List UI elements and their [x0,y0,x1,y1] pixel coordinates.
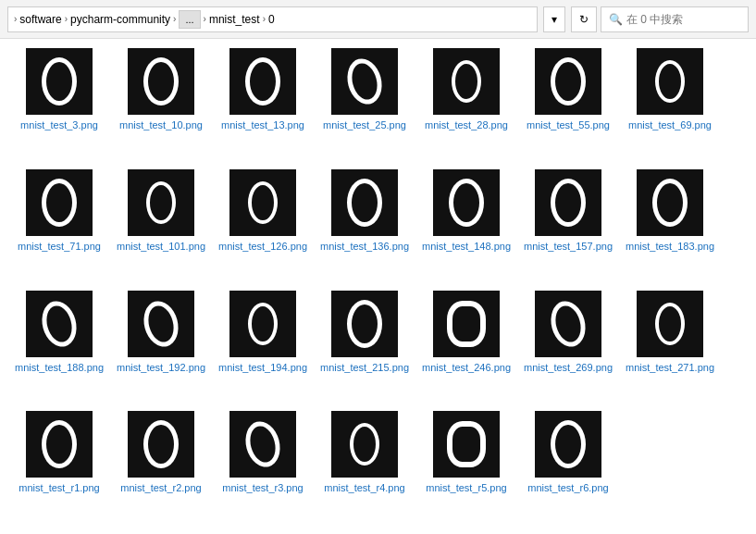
file-item[interactable]: mnist_test_r3.png [217,411,309,525]
file-item[interactable]: mnist_test_246.png [420,291,513,404]
refresh-button[interactable]: ↻ [571,6,597,32]
digit-zero-shape [452,60,481,103]
digit-zero-shape [241,417,285,471]
file-item[interactable]: mnist_test_71.png [13,169,105,283]
digit-zero-shape [347,179,382,227]
digit-zero-shape [652,179,688,227]
nav-back-arrow: › [14,14,17,24]
file-thumbnail [331,411,398,478]
file-thumbnail [229,48,296,115]
digit-zero-shape [146,181,176,224]
file-thumbnail [637,48,703,115]
file-thumbnail [535,291,601,357]
file-item[interactable]: mnist_test_194.png [217,291,309,404]
file-item[interactable]: mnist_test_69.png [624,48,716,162]
file-name-label: mnist_test_183.png [626,240,714,253]
search-box[interactable]: 🔍 [601,6,749,32]
file-item[interactable]: mnist_test_192.png [115,291,207,404]
file-thumbnail [26,411,93,478]
file-name-label: mnist_test_157.png [524,240,613,253]
file-thumbnail [535,169,601,236]
dropdown-chevron-button[interactable]: ▾ [543,6,565,32]
file-name-label: mnist_test_271.png [626,361,714,374]
digit-zero-shape [449,179,484,227]
file-thumbnail [26,291,93,357]
digit-zero-shape [655,303,685,345]
file-item[interactable]: mnist_test_3.png [13,48,105,162]
digit-zero-shape [245,57,280,106]
file-item[interactable]: mnist_test_269.png [522,291,614,404]
file-thumbnail [229,411,296,478]
digit-zero-shape [546,297,590,351]
file-thumbnail [26,169,93,236]
file-name-label: mnist_test_269.png [524,361,613,374]
file-item[interactable]: mnist_test_25.png [318,48,411,162]
file-name-label: mnist_test_101.png [117,240,205,253]
file-item[interactable]: mnist_test_136.png [318,169,411,283]
file-item[interactable]: mnist_test_215.png [318,291,411,404]
file-item[interactable]: mnist_test_157.png [522,169,614,283]
chevron-down-icon: ▾ [552,13,557,26]
digit-zero-shape [42,420,77,468]
breadcrumb-path[interactable]: › software › pycharm-community › ... › m… [7,6,538,32]
file-name-label: mnist_test_136.png [320,240,409,253]
file-thumbnail [433,291,500,357]
file-name-label: mnist_test_13.png [221,118,304,131]
file-thumbnail [128,48,194,115]
file-item[interactable]: mnist_test_101.png [115,169,207,283]
breadcrumb-pycharm[interactable]: pycharm-community [70,13,170,26]
file-name-label: mnist_test_r2.png [120,481,201,494]
breadcrumb-software[interactable]: software [19,13,61,26]
digit-zero-shape [551,57,586,106]
file-name-label: mnist_test_25.png [323,118,406,131]
file-name-label: mnist_test_71.png [18,240,101,253]
file-item[interactable]: mnist_test_188.png [13,291,105,404]
breadcrumb-mnist-test[interactable]: mnist_test [209,13,260,26]
digit-zero-shape [447,301,486,347]
file-thumbnail [331,169,398,236]
file-thumbnail [637,291,703,357]
digit-zero-shape [347,300,382,348]
file-thumbnail [331,48,398,115]
file-item[interactable]: mnist_test_13.png [217,48,309,162]
file-thumbnail [128,169,194,236]
digit-zero-shape [42,179,77,227]
file-item[interactable]: mnist_test_126.png [217,169,309,283]
file-thumbnail [229,291,296,357]
file-thumbnail [229,169,296,236]
digit-zero-shape [143,420,179,468]
search-input[interactable] [626,13,740,26]
search-icon: 🔍 [609,13,623,26]
file-name-label: mnist_test_r4.png [324,481,404,494]
file-item[interactable]: mnist_test_r2.png [115,411,207,525]
file-item[interactable]: mnist_test_28.png [420,48,513,162]
file-item[interactable]: mnist_test_r1.png [13,411,105,525]
file-item[interactable]: mnist_test_r6.png [522,411,614,525]
digit-zero-shape [655,60,685,103]
file-name-label: mnist_test_r5.png [426,481,506,494]
file-item[interactable]: mnist_test_10.png [115,48,207,162]
file-name-label: mnist_test_28.png [425,118,508,131]
file-grid: mnist_test_3.pngmnist_test_10.pngmnist_t… [0,39,756,534]
file-item[interactable]: mnist_test_271.png [624,291,716,404]
file-item[interactable]: mnist_test_r5.png [420,411,513,525]
file-item[interactable]: mnist_test_r4.png [318,411,411,525]
digit-zero-shape [139,297,183,351]
digit-zero-shape [248,303,278,345]
file-thumbnail [26,48,93,115]
file-name-label: mnist_test_69.png [628,118,712,131]
file-thumbnail [535,411,601,478]
file-item[interactable]: mnist_test_148.png [420,169,513,283]
file-name-label: mnist_test_10.png [119,118,203,131]
file-thumbnail [535,48,601,115]
file-thumbnail [433,48,500,115]
file-item[interactable]: mnist_test_55.png [522,48,614,162]
breadcrumb-ellipsis[interactable]: ... [179,10,200,29]
digit-zero-shape [551,420,586,468]
digit-zero-shape [447,421,486,467]
file-item[interactable]: mnist_test_183.png [624,169,716,283]
file-name-label: mnist_test_55.png [527,118,610,131]
file-thumbnail [637,169,703,236]
file-name-label: mnist_test_r1.png [19,481,99,494]
digit-zero-shape [42,57,77,106]
